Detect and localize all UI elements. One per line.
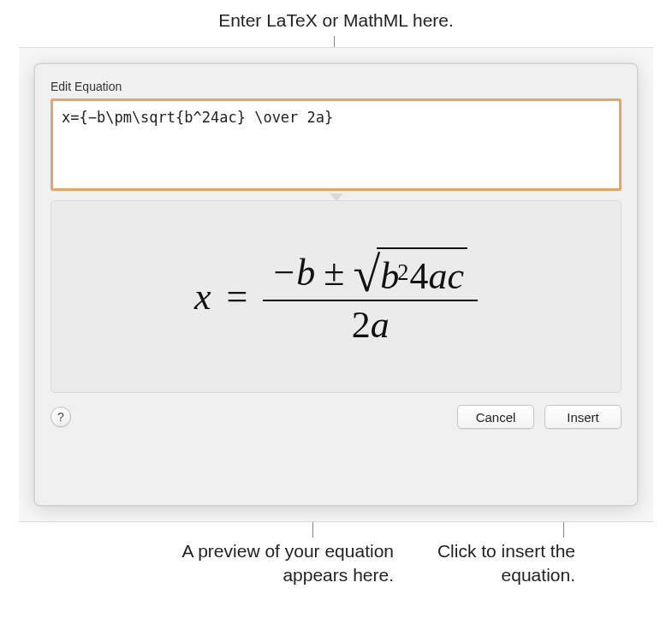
eq-sqrt-c: c bbox=[447, 254, 464, 298]
help-button[interactable]: ? bbox=[51, 407, 71, 427]
dialog-title: Edit Equation bbox=[51, 80, 621, 93]
eq-sqrt-a: a bbox=[428, 254, 447, 298]
eq-numerator: − b ± √ b 2 4 a c bbox=[263, 246, 478, 300]
eq-den-2: 2 bbox=[352, 303, 371, 347]
input-notch-icon bbox=[330, 193, 343, 201]
dialog-button-row: ? Cancel Insert bbox=[51, 405, 621, 429]
radical-icon: √ bbox=[353, 256, 380, 306]
eq-den-a: a bbox=[371, 303, 390, 347]
equation-input[interactable] bbox=[51, 98, 621, 191]
insert-button[interactable]: Insert bbox=[544, 405, 621, 429]
equation-preview: x = − b ± √ b 2 4 a bbox=[51, 200, 621, 393]
eq-lhs: x bbox=[194, 275, 211, 318]
edit-equation-dialog: Edit Equation x = − b ± √ b 2 bbox=[34, 63, 638, 506]
eq-sqrt-4: 4 bbox=[409, 254, 428, 298]
callout-preview: A preview of your equation appears here. bbox=[171, 539, 394, 588]
eq-pm: ± bbox=[324, 251, 344, 294]
eq-minus: − bbox=[273, 251, 294, 294]
callout-insert: Click to insert the equation. bbox=[387, 539, 575, 588]
eq-fraction: − b ± √ b 2 4 a c bbox=[263, 246, 478, 348]
eq-equals: = bbox=[227, 275, 248, 318]
eq-sqrt: √ b 2 4 a c bbox=[353, 247, 467, 298]
eq-sqrt-exp: 2 bbox=[397, 259, 408, 286]
cancel-button[interactable]: Cancel bbox=[457, 405, 534, 429]
eq-sqrt-b: b bbox=[380, 254, 399, 298]
rendered-equation: x = − b ± √ b 2 4 a bbox=[194, 246, 478, 348]
eq-denominator: 2 a bbox=[342, 301, 400, 348]
screenshot-frame: Edit Equation x = − b ± √ b 2 bbox=[19, 47, 653, 522]
eq-var-b: b bbox=[296, 251, 315, 294]
eq-sqrt-body: b 2 4 a c bbox=[377, 247, 467, 298]
callout-input: Enter LaTeX or MathML here. bbox=[218, 9, 454, 33]
help-icon: ? bbox=[57, 410, 64, 424]
